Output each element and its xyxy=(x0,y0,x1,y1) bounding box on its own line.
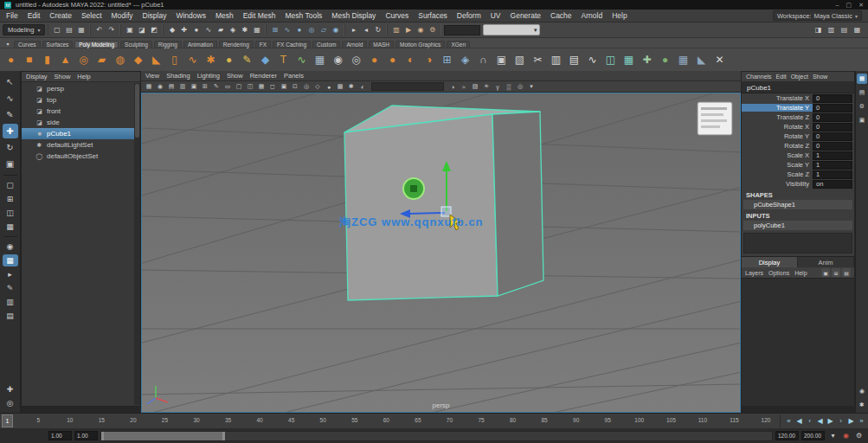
channel-value-field[interactable]: 1 xyxy=(813,161,852,170)
channel-value-field[interactable]: 0 xyxy=(813,123,852,132)
tool-settings-tab-icon[interactable]: ⚙ xyxy=(857,101,867,112)
new-layer-from-selected-icon[interactable]: ⊞ xyxy=(832,268,840,277)
multi-cut-icon[interactable]: ✂ xyxy=(530,52,546,68)
layer-tab-anim[interactable]: Anim xyxy=(798,257,854,267)
wireframe-mode-icon[interactable]: ◇ xyxy=(312,82,323,92)
film-gate-icon[interactable]: ▭ xyxy=(222,82,233,92)
outliner-item-top[interactable]: ◪top xyxy=(22,94,134,106)
open-render-view-icon[interactable]: ▥ xyxy=(390,24,402,35)
select-handles-mask-icon[interactable]: ✚ xyxy=(178,24,190,35)
paint-select-tool-icon[interactable]: ✎ xyxy=(3,107,18,122)
outliner-item-defaultlightset[interactable]: ✱defaultLightSet xyxy=(22,139,134,151)
viewport-camera-field[interactable] xyxy=(371,82,444,91)
poly-gear-icon[interactable]: ✱ xyxy=(203,52,219,68)
poly-platonic-icon[interactable]: ◆ xyxy=(130,52,146,68)
scale-tool-icon[interactable]: ▣ xyxy=(3,157,18,171)
script-editor-icon[interactable]: ✎ xyxy=(3,282,18,294)
layer-menu-layers[interactable]: Layers xyxy=(745,270,763,276)
2d-pan-zoom-icon[interactable]: ⊞ xyxy=(200,82,210,92)
select-tool-icon[interactable]: ↖ xyxy=(3,74,18,89)
persp-graph-layout-icon[interactable]: ▦ xyxy=(3,221,18,233)
select-deformations-mask-icon[interactable]: ◈ xyxy=(227,24,238,35)
render-view-panel-icon[interactable]: ▥ xyxy=(3,296,18,308)
layer-list[interactable] xyxy=(742,278,854,406)
poly-pyramid-icon[interactable]: ◣ xyxy=(148,52,164,68)
outliner-item-side[interactable]: ◪side xyxy=(22,117,134,128)
menu-modify[interactable]: Modify xyxy=(112,11,133,20)
textured-mode-icon[interactable]: ▩ xyxy=(335,82,345,92)
step-forward-key-button[interactable]: › xyxy=(836,415,845,427)
shelf-tab-mash[interactable]: MASH xyxy=(369,41,394,48)
menu-file[interactable]: File xyxy=(6,11,18,20)
insert-edge-loop-icon[interactable]: ▥ xyxy=(548,52,564,68)
offset-edge-loop-icon[interactable]: ▤ xyxy=(566,52,582,68)
shelf-tab-surfaces[interactable]: Surfaces xyxy=(42,41,74,48)
select-joints-mask-icon[interactable]: ● xyxy=(190,24,202,35)
menu-mesh-display[interactable]: Mesh Display xyxy=(331,11,376,20)
poly-pipe-icon[interactable]: ▯ xyxy=(166,52,183,68)
safe-title-icon[interactable]: ▣ xyxy=(279,82,289,92)
menu-mesh-tools[interactable]: Mesh Tools xyxy=(286,11,323,20)
shelf-tab-rigging[interactable]: Rigging xyxy=(154,41,182,48)
scrollbar-thumb[interactable] xyxy=(135,84,139,138)
snap-grid-icon[interactable]: ⊞ xyxy=(269,24,280,35)
smooth-shade-icon[interactable]: ● xyxy=(324,82,334,92)
screen-ao-icon[interactable]: ◑ xyxy=(447,82,458,92)
ipr-render-icon[interactable]: ◉ xyxy=(415,24,426,35)
time-slider[interactable]: 5101520253035404550556065707580859095100… xyxy=(0,413,868,428)
create-text-icon[interactable]: T xyxy=(275,52,292,68)
gate-mask-icon[interactable]: ◫ xyxy=(245,82,255,92)
numeric-input-field[interactable] xyxy=(444,25,480,35)
select-all-mask-icon[interactable]: ◆ xyxy=(166,24,177,35)
extrude-icon[interactable]: ⊞ xyxy=(439,52,455,68)
node-editor-icon[interactable]: ▸ xyxy=(3,268,18,280)
soft-select-icon[interactable]: ◎ xyxy=(3,397,18,409)
channel-label[interactable]: Translate Y xyxy=(742,104,813,112)
outliner-menu-help[interactable]: Help xyxy=(77,73,90,80)
viewport-menu-show[interactable]: Show xyxy=(227,72,243,80)
viewport-menu-panels[interactable]: Panels xyxy=(284,72,304,80)
delete-component-icon[interactable]: ✕ xyxy=(711,52,728,68)
boolean-intersection-icon[interactable]: ◑ xyxy=(421,52,437,68)
auto-key-button[interactable]: ◉ xyxy=(840,430,852,441)
mirror-icon[interactable]: ◫ xyxy=(602,52,619,68)
object-mode-icon[interactable]: ◪ xyxy=(136,24,147,35)
single-pane-layout-icon[interactable]: ▢ xyxy=(3,179,18,191)
move-tool-icon[interactable]: ✚ xyxy=(3,124,18,138)
save-scene-icon[interactable]: ▦ xyxy=(75,24,87,35)
outliner-item-persp[interactable]: ◪persp xyxy=(22,83,134,94)
render-settings-icon[interactable]: ⚙ xyxy=(427,24,438,35)
channel-label[interactable]: Translate X xyxy=(742,94,813,102)
render-current-frame-icon[interactable]: ▶ xyxy=(402,24,414,35)
tool-settings-toggle-icon[interactable]: ▤ xyxy=(839,24,850,35)
attribute-editor-toggle-icon[interactable]: ▥ xyxy=(826,24,837,35)
smooth-mesh-icon[interactable]: ● xyxy=(366,52,383,68)
select-curves-mask-icon[interactable]: ∿ xyxy=(203,24,214,35)
gamma-icon[interactable]: γ xyxy=(492,82,503,92)
frame-selection-icon[interactable]: ◎ xyxy=(301,82,312,92)
edit-edge-flow-icon[interactable]: ∿ xyxy=(584,52,601,68)
xray-mode-icon[interactable]: ▒ xyxy=(504,82,514,92)
open-scene-icon[interactable]: ▤ xyxy=(63,24,74,35)
isolate-select-icon[interactable]: ◎ xyxy=(515,82,525,92)
quadrangulate-icon[interactable]: ▦ xyxy=(675,52,691,68)
input-node-item[interactable]: polyCube1 xyxy=(743,221,852,230)
outliner-item-front[interactable]: ◪front xyxy=(22,106,134,117)
combine-icon[interactable]: ◉ xyxy=(330,52,346,68)
rotate-tool-icon[interactable]: ↻ xyxy=(3,140,18,155)
shelf-tab-poly-modeling[interactable]: Poly Modeling xyxy=(74,41,119,48)
animation-start-field[interactable] xyxy=(48,431,72,440)
menu-display[interactable]: Display xyxy=(143,11,167,20)
range-slider-track[interactable] xyxy=(100,431,773,441)
safe-action-icon[interactable]: ◻ xyxy=(267,82,278,92)
sweep-mesh-icon[interactable]: ∿ xyxy=(293,52,310,68)
channel-box-toggle-icon[interactable]: ▦ xyxy=(852,24,863,35)
snap-projected-center-icon[interactable]: ◎ xyxy=(305,24,317,35)
go-to-end-button[interactable]: » xyxy=(857,415,866,427)
outliner-menu-show[interactable]: Show xyxy=(55,73,71,80)
step-back-key-button[interactable]: ‹ xyxy=(805,415,814,427)
select-camera-icon[interactable]: ▦ xyxy=(144,82,154,92)
outliner-item-defaultobjectset[interactable]: ◯defaultObjectSet xyxy=(22,151,134,162)
channel-value-field[interactable]: on xyxy=(813,180,852,189)
shadows-toggle-icon[interactable]: ◐ xyxy=(357,82,368,92)
